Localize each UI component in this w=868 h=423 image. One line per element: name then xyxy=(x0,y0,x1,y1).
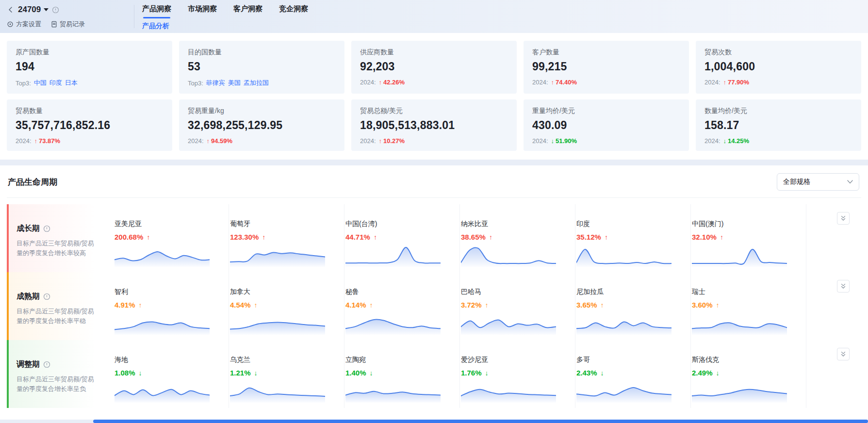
country-chart-cell: 葡萄牙 123.30% ↑ xyxy=(229,204,344,272)
trend-change: ↓ 14.25% xyxy=(723,137,750,145)
trend-arrow-icon: ↑ xyxy=(489,233,492,241)
stat-card-trade-amount: 贸易总额/美元 18,905,513,883.01 2024: ↑ 10.27% xyxy=(351,99,517,151)
stat-card-origin-countries: 原产国数量 194 Top3: 中国 印度 日本 xyxy=(7,41,172,94)
stat-value: 18,905,513,883.01 xyxy=(360,119,508,132)
country-name: 加拿大 xyxy=(230,288,330,296)
top3-link[interactable]: 菲律宾 xyxy=(206,79,225,87)
country-chart-cell: 爱沙尼亚 1.76% ↓ xyxy=(460,340,575,408)
stat-value: 32,698,255,129.95 xyxy=(188,119,336,132)
tab-market-insight[interactable]: 市场洞察 xyxy=(188,4,217,18)
country-name: 立陶宛 xyxy=(345,356,446,364)
trend-arrow-icon: ↑ xyxy=(147,233,150,241)
back-button[interactable] xyxy=(7,6,15,14)
arrow-up-icon: ↑ xyxy=(207,137,210,145)
country-name: 中国(台湾) xyxy=(345,220,446,228)
country-name: 秘鲁 xyxy=(345,288,446,296)
country-chart-cell: 海地 1.08% ↓ xyxy=(114,340,229,408)
top3-label: Top3: xyxy=(188,80,203,87)
stage-info-icon[interactable] xyxy=(43,293,50,300)
year-label: 2024: xyxy=(16,137,32,145)
trend-arrow-icon: ↑ xyxy=(485,301,489,309)
arrow-up-icon: ↑ xyxy=(34,137,38,145)
trend-arrow-icon: ↓ xyxy=(370,369,373,377)
country-chart-cell: 秘鲁 4.14% ↑ xyxy=(344,272,460,340)
product-lifecycle-section: 产品生命周期 全部规格 成长期 目标产品近三年贸易额/贸易量的季度复合增长率较高… xyxy=(0,165,868,420)
stat-label: 贸易重量/kg xyxy=(188,107,336,115)
trend-sparkline-chart xyxy=(230,244,325,267)
trade-records-label: 贸易记录 xyxy=(60,20,85,29)
stat-card-trade-weight: 贸易重量/kg 32,698,255,129.95 2024: ↑ 94.59% xyxy=(179,99,344,151)
country-chart-cell: 尼加拉瓜 3.65% ↑ xyxy=(575,272,691,340)
growth-rate: 1.40% ↓ xyxy=(345,369,446,377)
country-chart-cell: 亚美尼亚 200.68% ↑ xyxy=(114,204,229,272)
stat-card-destination-countries: 目的国数量 53 Top3: 菲律宾 美国 孟加拉国 xyxy=(179,41,344,94)
spec-filter-select[interactable]: 全部规格 xyxy=(777,173,859,191)
growth-rate: 200.68% ↑ xyxy=(115,233,215,241)
stage-name: 成熟期 xyxy=(16,292,40,302)
top3-link[interactable]: 孟加拉国 xyxy=(244,79,269,87)
top3-link[interactable]: 中国 xyxy=(34,79,47,87)
plan-id-dropdown[interactable]: 24709 xyxy=(18,5,49,15)
horizontal-scrollbar-thumb[interactable] xyxy=(93,420,868,423)
trend-arrow-icon: ↑ xyxy=(716,301,720,309)
year-label: 2024: xyxy=(360,79,376,86)
arrow-down-icon: ↓ xyxy=(723,137,727,145)
stage-info-icon[interactable] xyxy=(43,225,50,232)
trend-sparkline-chart xyxy=(461,311,556,335)
trend-sparkline-chart xyxy=(230,379,325,403)
tab-customer-insight[interactable]: 客户洞察 xyxy=(233,4,262,18)
stat-value: 53 xyxy=(188,60,336,73)
expand-row-button[interactable] xyxy=(837,348,850,360)
growth-rate: 1.21% ↓ xyxy=(230,369,330,377)
tab-competitor-insight[interactable]: 竞企洞察 xyxy=(279,4,308,18)
country-name: 爱沙尼亚 xyxy=(461,356,561,364)
trend-arrow-icon: ↓ xyxy=(139,369,142,377)
stat-card-weight-avg-price: 重量均价/美元 430.09 2024: ↓ 51.90% xyxy=(524,99,689,151)
country-charts-row: 智利 4.91% ↑ 加拿大 4.54% ↑ 秘鲁 4.14% ↑ 巴哈马 3.… xyxy=(114,272,806,340)
subtab-product-analysis[interactable]: 产品分析 xyxy=(142,22,169,31)
country-name: 印度 xyxy=(576,220,677,228)
growth-rate: 4.91% ↑ xyxy=(115,301,215,309)
country-name: 尼加拉瓜 xyxy=(576,288,677,296)
top3-link[interactable]: 美国 xyxy=(228,79,241,87)
top3-link[interactable]: 日本 xyxy=(65,79,78,87)
trend-sparkline-chart xyxy=(230,311,325,335)
plan-settings-button[interactable]: 方案设置 xyxy=(7,20,41,29)
top-header: 24709 方案设置 贸易记录 产品洞察 市场洞察 客户洞察 竞企洞察 产 xyxy=(0,0,868,33)
trend-sparkline-chart xyxy=(692,379,787,403)
stage-panel: 调整期 目标产品近三年贸易额/贸易量的季度复合增长率呈负 xyxy=(7,340,104,408)
stage-description: 目标产品近三年贸易额/贸易量的季度复合增长率较高 xyxy=(16,239,97,258)
country-name: 海地 xyxy=(115,356,215,364)
growth-rate: 1.76% ↓ xyxy=(461,369,561,377)
stat-card-trade-quantity: 贸易数量 35,757,716,852.16 2024: ↑ 73.87% xyxy=(7,99,172,151)
plan-id-label: 24709 xyxy=(18,5,41,15)
double-chevron-down-icon xyxy=(840,283,847,290)
header-divider xyxy=(134,5,134,28)
country-chart-cell: 智利 4.91% ↑ xyxy=(114,272,229,340)
trend-sparkline-chart xyxy=(345,244,441,267)
stat-label: 目的国数量 xyxy=(188,48,336,57)
trend-arrow-icon: ↑ xyxy=(374,233,377,241)
chevron-down-icon xyxy=(847,180,853,184)
trade-records-button[interactable]: 贸易记录 xyxy=(51,20,85,29)
trend-sparkline-chart xyxy=(345,379,441,403)
tab-product-insight[interactable]: 产品洞察 xyxy=(142,4,171,18)
growth-rate: 4.54% ↑ xyxy=(230,301,330,309)
stat-value: 99,215 xyxy=(532,60,680,73)
top3-link[interactable]: 印度 xyxy=(49,79,62,87)
country-name: 智利 xyxy=(115,288,215,296)
stats-cards-grid: 原产国数量 194 Top3: 中国 印度 日本 目的国数量 53 Top3: … xyxy=(0,33,868,160)
year-label: 2024: xyxy=(360,137,376,145)
trend-sparkline-chart xyxy=(576,311,671,335)
trend-sparkline-chart xyxy=(461,379,556,403)
trend-arrow-icon: ↓ xyxy=(485,369,489,377)
trend-change: ↑ 94.59% xyxy=(207,137,233,145)
expand-row-button[interactable] xyxy=(837,280,850,293)
expand-row-button[interactable] xyxy=(837,212,850,225)
stat-label: 贸易次数 xyxy=(704,48,852,57)
stage-info-icon[interactable] xyxy=(43,361,50,368)
country-chart-cell: 印度 35.12% ↑ xyxy=(575,204,691,272)
year-label: 2024: xyxy=(704,79,721,86)
plan-info-icon[interactable] xyxy=(52,6,59,14)
growth-rate: 32.10% ↑ xyxy=(692,233,792,241)
